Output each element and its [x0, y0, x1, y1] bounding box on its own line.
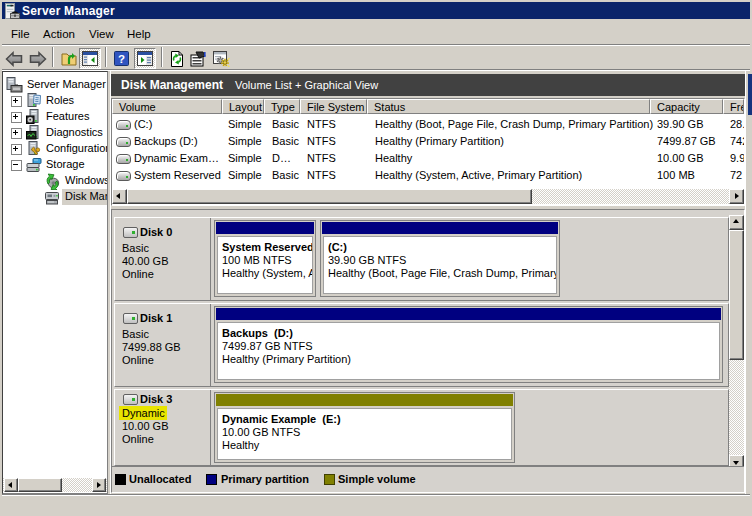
svg-text:?: ?	[118, 53, 125, 65]
